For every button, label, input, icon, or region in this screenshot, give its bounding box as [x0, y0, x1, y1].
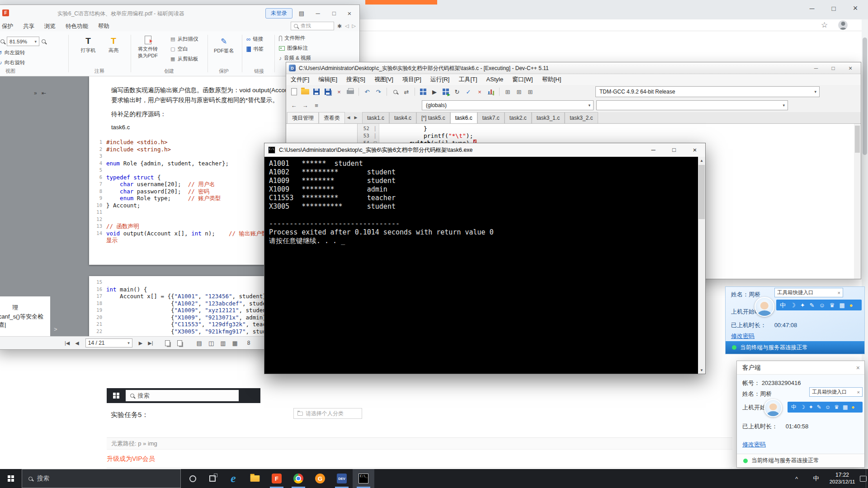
globals-combo[interactable]: (globals) ▾ [422, 100, 594, 110]
zoom-out-icon[interactable] [0, 39, 5, 43]
left-panel-tab[interactable]: 项目管理 [287, 112, 319, 123]
run-icon[interactable]: ▶ [429, 87, 439, 97]
toolbox-shortcut-bar[interactable]: 工具箱快捷入口 × [774, 288, 843, 297]
pdf-minimize-button[interactable]: ─ [311, 8, 325, 19]
vip-upgrade-link[interactable]: 升级成为VIP会员 [107, 455, 155, 463]
collapse-panel-icon[interactable]: ⇤ [42, 90, 46, 96]
rotate-right-button[interactable]: ↻ 向右旋转 [0, 59, 25, 66]
console-close-button[interactable]: × [684, 143, 705, 156]
left-panel-tab[interactable]: 查看类 [319, 112, 345, 123]
next-page-icon[interactable]: ▶ [139, 340, 142, 346]
prev-page-icon[interactable]: ◀ [75, 340, 79, 346]
insert-snippet-icon[interactable]: ⊞ [503, 87, 513, 97]
menubar-item[interactable]: AStyle [482, 74, 508, 85]
pdf-menu-tab[interactable]: 共享 [18, 21, 39, 31]
print-icon[interactable] [345, 87, 355, 97]
zoom-level-combo[interactable]: 81.59%▾ [7, 37, 39, 46]
find-next-icon[interactable]: ▷ [352, 23, 356, 29]
profile-icon[interactable] [486, 87, 496, 97]
menubar-item[interactable]: 运行[R] [426, 74, 454, 85]
pen-tool-icon[interactable]: ✎ [817, 404, 821, 410]
menubar-item[interactable]: 窗口[W] [508, 74, 538, 85]
tab-scroll-left-icon[interactable]: ◀ [345, 112, 352, 123]
pdf-sign-button[interactable]: ✎ PDF签名 [211, 37, 236, 54]
typewriter-button[interactable]: T 打字机 [76, 37, 100, 54]
pdf-maximize-button[interactable]: □ [327, 8, 341, 19]
toggle-bookmark-icon[interactable]: ⊞ [514, 87, 524, 97]
file-attachment-button[interactable]: 文件附件 [279, 35, 305, 42]
task-view-button[interactable] [203, 469, 222, 488]
devcpp-icon[interactable]: DEV [331, 469, 353, 488]
editor-tab[interactable]: [*] task5.c [416, 112, 450, 123]
editor-tab[interactable]: task3_1.c [532, 112, 565, 123]
start-button[interactable] [0, 469, 22, 488]
rebuild-icon[interactable]: ↻ [452, 87, 462, 97]
save-all-icon[interactable] [323, 87, 333, 97]
redo-icon[interactable]: ↷ [373, 87, 383, 97]
night-mode-icon[interactable]: ☽ [790, 302, 796, 308]
devcpp-minimize-button[interactable]: ─ [807, 63, 825, 74]
emoji-icon[interactable]: ☺ [825, 404, 830, 410]
browser-close-button[interactable]: × [844, 0, 866, 16]
lock-icon[interactable]: ● [849, 302, 853, 308]
browser-minimize-button[interactable]: ─ [801, 0, 823, 16]
bookmark-star-icon[interactable]: ☆ [821, 20, 828, 30]
pdf-menu-tab[interactable]: 浏览 [39, 21, 61, 31]
file-explorer-icon[interactable] [244, 469, 266, 488]
devcpp-close-button[interactable]: × [842, 63, 859, 74]
goto-line-icon[interactable]: ≡ [311, 100, 321, 110]
goto-bookmark-icon[interactable]: ⊞ [525, 87, 535, 97]
taskbar-search-box[interactable]: 搜索 [22, 469, 181, 488]
menubar-item[interactable]: 文件[F] [286, 74, 314, 85]
taskbar-clock[interactable]: 17:22 2023/12/11 [825, 469, 860, 488]
client-titlebar[interactable]: 客户端 × [737, 361, 864, 375]
cortana-button[interactable] [183, 469, 203, 488]
console-scrollbar[interactable]: ▲ ▼ [698, 157, 705, 374]
menubar-item[interactable]: 视图[V] [370, 74, 398, 85]
star-tool-icon[interactable]: ✦ [800, 302, 805, 308]
change-password-link[interactable]: 修改密码 [742, 441, 766, 449]
facing-view-icon[interactable]: ▥ [220, 340, 226, 347]
find-prev-icon[interactable]: ◁ [345, 23, 349, 29]
page-indicator-combo[interactable]: 14 / 21▾ [85, 338, 132, 347]
edge-icon[interactable]: e [222, 469, 244, 488]
back-icon[interactable]: ← [289, 100, 299, 110]
pdf-menu-tab[interactable]: 保护 [0, 21, 18, 31]
editor-tab[interactable]: task4.c [389, 112, 416, 123]
scroll-down-icon[interactable]: ▼ [698, 366, 705, 374]
open-icon[interactable] [300, 87, 310, 97]
link-button[interactable]: ∞ 链接 [246, 36, 263, 42]
from-clipboard-button[interactable]: ▦ 从剪贴板 [170, 56, 198, 62]
snapshot-icon[interactable] [165, 340, 170, 346]
console-icon[interactable]: C:\_ [353, 469, 374, 488]
highlight-button[interactable]: T 高亮 [104, 37, 123, 54]
forward-icon[interactable]: → [300, 100, 310, 110]
foxit-reader-icon[interactable]: F [266, 469, 288, 488]
vip-crown-icon[interactable]: ♛ [830, 302, 835, 308]
pdf-menu-tab[interactable]: 特色功能 [61, 21, 93, 31]
rotate-left-button[interactable]: ↺ 向左旋转 [0, 49, 25, 56]
single-page-view-icon[interactable]: ▤ [197, 340, 202, 347]
devcpp-maximize-button[interactable]: □ [825, 63, 842, 74]
star-tool-icon[interactable]: ✦ [809, 404, 813, 410]
grid-view-icon[interactable]: ▦ [232, 340, 237, 347]
menubar-item[interactable]: 帮助[H] [538, 74, 566, 85]
menubar-item[interactable]: 搜索[S] [342, 74, 370, 85]
night-mode-icon[interactable]: ☽ [800, 404, 805, 410]
menubar-item[interactable]: 编辑[E] [314, 74, 342, 85]
show-desktop-button[interactable] [866, 469, 868, 488]
ime-chinese-icon[interactable]: 中 [780, 302, 786, 308]
editor-tab[interactable]: task2.c [505, 112, 532, 123]
editor-tab[interactable]: task7.c [477, 112, 505, 123]
scrollbar-thumb[interactable] [863, 38, 867, 155]
editor-tab[interactable]: task1.c [362, 112, 389, 123]
apps-grid-icon[interactable]: ▦ [839, 302, 844, 308]
change-password-link[interactable]: 修改密码 [731, 332, 755, 340]
ribbon-mode-icon[interactable]: ▤ [294, 8, 309, 19]
audio-video-button[interactable]: ♪ 音频 & 视频 [279, 55, 311, 61]
menubar-item[interactable]: 项目[P] [398, 74, 426, 85]
continuous-view-icon[interactable]: ◫ [208, 340, 214, 347]
tray-expand-icon[interactable]: ^ [790, 469, 803, 488]
console-maximize-button[interactable]: □ [664, 143, 684, 156]
console-minimize-button[interactable]: ─ [643, 143, 664, 156]
